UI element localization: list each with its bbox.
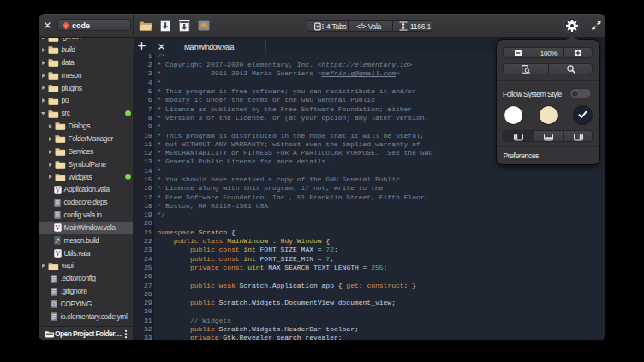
svg-text:V: V xyxy=(55,186,60,193)
svg-text:V: V xyxy=(55,250,60,258)
svg-text:V: V xyxy=(55,224,60,232)
